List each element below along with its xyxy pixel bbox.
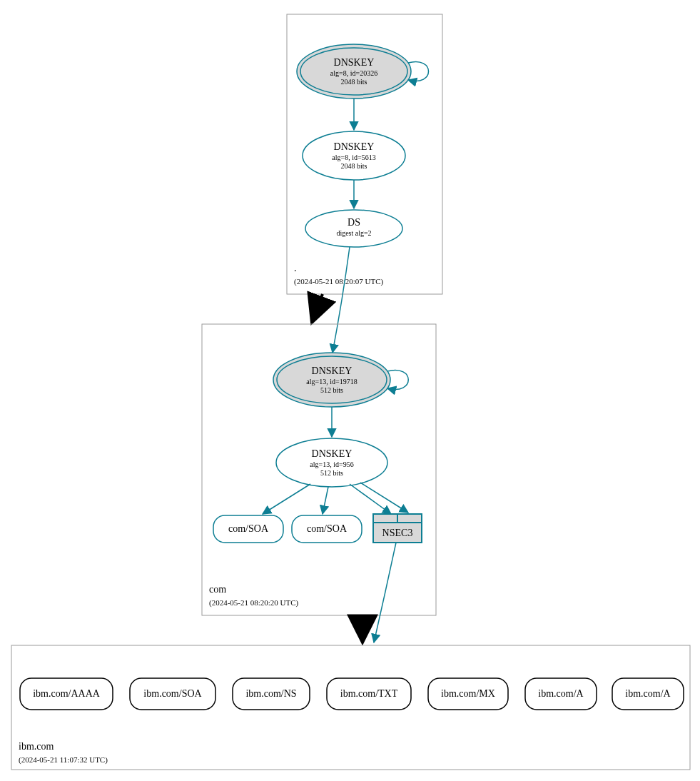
zone-com-timestamp: (2024-05-21 08:20:20 UTC) [209, 598, 299, 608]
root-zsk-title: DNSKEY [334, 141, 375, 152]
root-ds-title: DS [348, 217, 360, 228]
root-ksk-bits: 2048 bits [341, 78, 367, 86]
zone-com: com (2024-05-21 08:20:20 UTC) DNSKEY alg… [202, 324, 436, 615]
root-ksk-node: DNSKEY alg=8, id=20326 2048 bits [297, 44, 411, 99]
com-soa1-label: com/SOA [228, 523, 269, 534]
edge-delegation-root-to-com [312, 294, 323, 323]
zone-ibm-timestamp: (2024-05-21 11:07:32 UTC) [19, 755, 108, 765]
ibm-record-mx: ibm.com/MX [428, 678, 508, 710]
ibm-record-soa: ibm.com/SOA [130, 678, 215, 710]
root-ksk-title: DNSKEY [334, 57, 375, 68]
ibm-rr-a1-label: ibm.com/A [538, 688, 584, 699]
ibm-record-ns: ibm.com/NS [233, 678, 310, 710]
edge-com-zsk-to-soa2 [323, 487, 328, 514]
edge-com-zsk-to-soa1 [263, 484, 310, 514]
ibm-record-aaaa: ibm.com/AAAA [20, 678, 113, 710]
zone-root-timestamp: (2024-05-21 08:20:07 UTC) [294, 277, 384, 286]
root-ds-node: DS digest alg=2 [305, 210, 402, 247]
zone-root-label: . [294, 263, 297, 273]
com-zsk-node: DNSKEY alg=13, id=956 512 bits [276, 438, 387, 487]
com-ksk-title: DNSKEY [312, 366, 352, 376]
root-zsk-node: DNSKEY alg=8, id=5613 2048 bits [303, 131, 405, 180]
ibm-record-a1: ibm.com/A [525, 678, 597, 710]
svg-point-4 [305, 210, 402, 247]
com-soa-node-2: com/SOA [292, 515, 362, 543]
com-zsk-title: DNSKEY [312, 448, 352, 459]
ibm-rr-aaaa-label: ibm.com/AAAA [33, 688, 101, 699]
com-nsec3-node: NSEC3 [373, 514, 422, 543]
zone-ibm-label: ibm.com [19, 741, 54, 752]
zone-root: . (2024-05-21 08:20:07 UTC) DNSKEY alg=8… [287, 14, 442, 294]
com-soa-node-1: com/SOA [213, 515, 283, 543]
root-ksk-alg: alg=8, id=20326 [330, 69, 377, 77]
dnssec-chain-diagram: . (2024-05-21 08:20:07 UTC) DNSKEY alg=8… [0, 0, 700, 781]
ibm-rr-soa-label: ibm.com/SOA [143, 688, 202, 699]
root-zsk-bits: 2048 bits [341, 162, 367, 170]
com-ksk-node: DNSKEY alg=13, id=19718 512 bits [273, 353, 390, 407]
edge-root-ds-to-com-ksk [333, 247, 350, 353]
zone-ibm: ibm.com (2024-05-21 11:07:32 UTC) ibm.co… [11, 645, 690, 770]
edge-com-nsec3-to-ibm [374, 543, 396, 643]
com-nsec3-label: NSEC3 [382, 528, 413, 538]
com-ksk-bits: 512 bits [320, 386, 343, 394]
ibm-record-a2: ibm.com/A [612, 678, 684, 710]
com-ksk-alg: alg=13, id=19718 [306, 378, 357, 386]
ibm-rr-ns-label: ibm.com/NS [245, 688, 296, 699]
ibm-record-txt: ibm.com/TXT [327, 678, 411, 710]
com-zsk-alg: alg=13, id=956 [310, 460, 353, 468]
root-zsk-alg: alg=8, id=5613 [332, 153, 375, 161]
ibm-rr-a2-label: ibm.com/A [625, 688, 671, 699]
ibm-rr-mx-label: ibm.com/MX [441, 688, 495, 699]
com-zsk-bits: 512 bits [320, 469, 343, 477]
com-soa2-label: com/SOA [307, 523, 348, 534]
zone-com-label: com [209, 584, 226, 595]
root-ds-alg: digest alg=2 [336, 229, 371, 237]
ibm-rr-txt-label: ibm.com/TXT [340, 688, 398, 699]
